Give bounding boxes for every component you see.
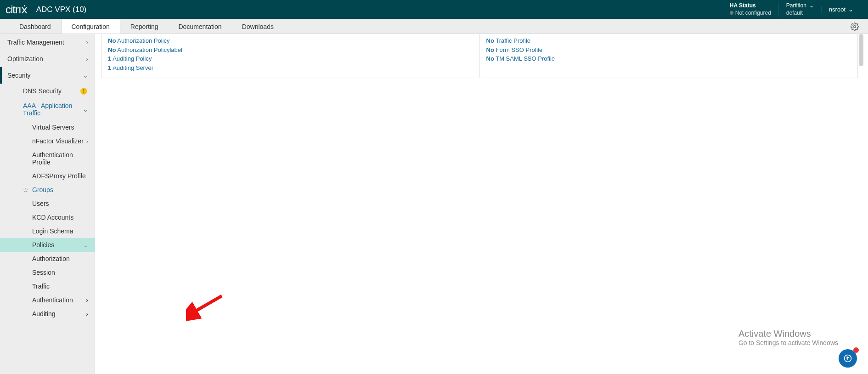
tab-documentation[interactable]: Documentation: [168, 19, 231, 34]
sidebar-item-authorization[interactable]: Authorization: [0, 252, 95, 266]
sidebar-item-traffic-management[interactable]: Traffic Management ›: [0, 34, 95, 51]
sidebar-label: Authentication: [32, 296, 86, 304]
sidebar-item-nfactor-visualizer[interactable]: nFactor Visualizer ›: [0, 134, 95, 148]
partition-value: default: [786, 10, 814, 17]
link-traffic-profile[interactable]: No Traffic Profile: [486, 36, 858, 45]
link-authorization-policy[interactable]: No Authorization Policy: [108, 36, 479, 45]
sidebar-item-session[interactable]: Session: [0, 266, 95, 279]
sidebar-item-optimization[interactable]: Optimization ›: [0, 51, 95, 67]
send-arrow-icon: [843, 354, 852, 363]
sidebar-label: DNS Security: [23, 87, 88, 95]
chevron-right-icon: ›: [86, 138, 88, 145]
sidebar-item-adfsproxy-profile[interactable]: ADFSProxy Profile: [0, 169, 95, 183]
content-column-right: No Traffic Profile No Form SSO Profile N…: [480, 34, 858, 78]
settings-gear-button[interactable]: [841, 19, 868, 34]
ha-status-title: HA Status: [730, 2, 771, 10]
star-icon: ☆: [23, 186, 29, 193]
ha-status-text: Not configured: [735, 10, 771, 16]
activate-windows-watermark: Activate Windows Go to Settings to activ…: [738, 329, 838, 346]
gear-icon: [851, 23, 859, 31]
link-tm-saml-sso-profile[interactable]: No TM SAML SSO Profile: [486, 54, 858, 63]
watermark-line2: Go to Settings to activate Windows: [738, 339, 838, 346]
warning-badge-icon: !: [80, 88, 87, 95]
chevron-right-icon: ›: [86, 39, 88, 46]
svg-point-0: [854, 25, 856, 28]
content-column-left: No Authorization Policy No Authorization…: [101, 34, 480, 78]
sidebar-item-auditing[interactable]: Auditing ›: [0, 307, 95, 321]
sidebar-item-virtual-servers[interactable]: Virtual Servers: [0, 120, 95, 134]
svg-line-1: [192, 296, 222, 313]
sidebar-label: Groups: [32, 186, 88, 193]
product-name: ADC VPX (10): [36, 5, 87, 14]
sidebar-label: Authorization: [32, 255, 88, 262]
sidebar-item-authentication-profile[interactable]: Authentication Profile: [0, 148, 95, 169]
sidebar-label: AAA - Application Traffic: [23, 102, 83, 117]
sidebar-label: Policies: [32, 241, 83, 249]
sidebar-item-groups[interactable]: ☆ Groups: [0, 183, 95, 197]
sidebar-label: Authentication Profile: [32, 151, 88, 166]
tab-dashboard[interactable]: Dashboard: [9, 19, 61, 34]
sidebar-item-dns-security[interactable]: DNS Security !: [0, 84, 95, 98]
sidebar-item-login-schema[interactable]: Login Schema: [0, 224, 95, 238]
sidebar-label: nFactor Visualizer: [32, 137, 86, 145]
sidebar-label: Security: [7, 72, 83, 79]
user-name: nsroot: [829, 6, 845, 13]
sidebar-label: Traffic: [32, 283, 88, 290]
sidebar-nav: Traffic Management › Optimization › Secu…: [0, 34, 95, 374]
chevron-down-icon: ⌄: [83, 242, 88, 249]
main-tabs: Dashboard Configuration Reporting Docume…: [0, 19, 868, 34]
sidebar-label: ADFSProxy Profile: [32, 172, 88, 180]
sidebar-item-authentication[interactable]: Authentication ›: [0, 293, 95, 307]
watermark-line1: Activate Windows: [738, 329, 838, 339]
tab-downloads[interactable]: Downloads: [232, 19, 284, 34]
sidebar-label: Auditing: [32, 310, 86, 317]
sidebar-label: Optimization: [7, 55, 86, 62]
sidebar-label: Virtual Servers: [32, 124, 88, 131]
vertical-scrollbar[interactable]: [859, 34, 863, 66]
link-auditing-policy[interactable]: 1 Auditing Policy: [108, 54, 479, 63]
partition-label: Partition: [786, 2, 806, 9]
chevron-right-icon: ›: [86, 310, 88, 317]
link-auditing-server[interactable]: 1 Auditing Server: [108, 63, 479, 73]
help-fab-button[interactable]: [839, 349, 857, 368]
link-authorization-policylabel[interactable]: No Authorization Policylabel: [108, 45, 479, 55]
sidebar-label: KCD Accounts: [32, 214, 88, 221]
ha-status-block: HA Status Not configured: [722, 2, 778, 17]
sidebar-item-aaa-application-traffic[interactable]: AAA - Application Traffic ⌄: [0, 98, 95, 120]
chevron-down-icon: ⌄: [848, 6, 853, 13]
sidebar-label: Session: [32, 269, 88, 276]
chevron-down-icon: ⌄: [83, 106, 88, 113]
chevron-down-icon: ⌄: [809, 2, 814, 10]
sidebar-label: Users: [32, 200, 88, 207]
partition-block[interactable]: Partition⌄ default: [778, 2, 821, 17]
sidebar-item-policies[interactable]: Policies ⌄: [0, 238, 95, 252]
chevron-right-icon: ›: [86, 55, 88, 62]
brand-logo: citrıẋ: [6, 3, 27, 16]
top-header-bar: citrıẋ ADC VPX (10) HA Status Not config…: [0, 0, 868, 19]
content-summary-box: No Authorization Policy No Authorization…: [101, 34, 858, 78]
tab-reporting[interactable]: Reporting: [120, 19, 169, 34]
annotation-arrow-icon: [186, 293, 227, 321]
sidebar-item-traffic[interactable]: Traffic: [0, 279, 95, 293]
main-content-area: No Authorization Policy No Authorization…: [95, 34, 868, 374]
sidebar-item-users[interactable]: Users: [0, 197, 95, 210]
ha-status-value: Not configured: [730, 10, 771, 17]
tab-configuration[interactable]: Configuration: [61, 19, 120, 34]
link-form-sso-profile[interactable]: No Form SSO Profile: [486, 45, 858, 55]
status-dot-icon: [730, 11, 733, 15]
sidebar-label: Login Schema: [32, 227, 88, 235]
chevron-down-icon: ⌄: [83, 72, 88, 79]
chevron-right-icon: ›: [86, 296, 88, 304]
user-menu[interactable]: nsroot⌄: [821, 6, 861, 13]
sidebar-item-kcd-accounts[interactable]: KCD Accounts: [0, 210, 95, 224]
sidebar-item-security[interactable]: Security ⌄: [0, 67, 95, 84]
sidebar-label: Traffic Management: [7, 39, 86, 46]
